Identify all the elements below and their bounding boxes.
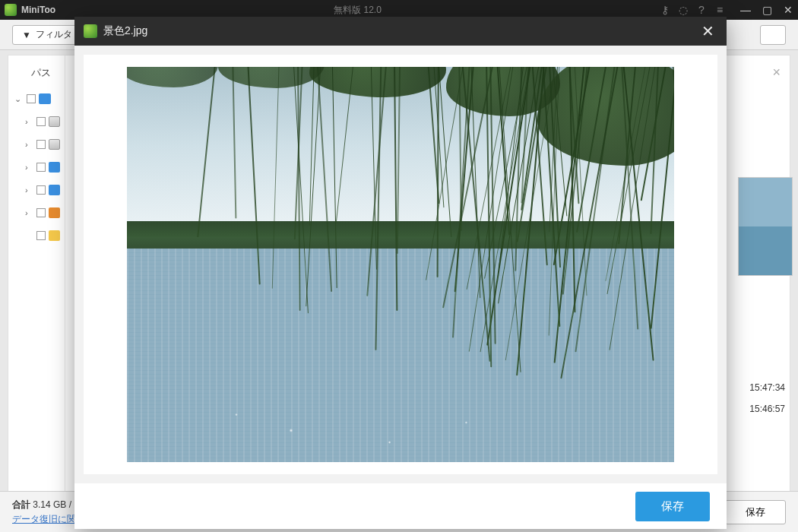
willow-branch bbox=[272, 67, 280, 289]
caret-right-icon[interactable]: › bbox=[25, 163, 33, 172]
checkbox[interactable] bbox=[36, 163, 45, 172]
caret-right-icon[interactable]: › bbox=[25, 140, 33, 149]
menu-icon[interactable]: ≡ bbox=[714, 5, 725, 15]
modal-header: 景色2.jpg ✕ bbox=[74, 17, 727, 46]
computer-icon bbox=[39, 93, 51, 104]
maximize-icon[interactable]: ▢ bbox=[762, 5, 772, 15]
footer-total: 合計 3.14 GB / bbox=[12, 499, 76, 511]
checkbox[interactable] bbox=[36, 185, 45, 195]
foliage bbox=[309, 67, 446, 97]
willow-branch bbox=[366, 67, 388, 296]
timestamp-2: 15:46:57 bbox=[749, 404, 785, 414]
willow-branch bbox=[375, 67, 382, 350]
tree-row[interactable]: › bbox=[13, 110, 60, 133]
willow-branch bbox=[246, 67, 260, 284]
sidebar: パス ⌄ › › › › › bbox=[8, 55, 65, 502]
app-logo-icon bbox=[5, 4, 17, 16]
close-banner-icon[interactable]: × bbox=[772, 65, 781, 81]
image-frame bbox=[84, 55, 717, 474]
footer-save-button[interactable]: 保存 bbox=[725, 500, 786, 524]
checkbox[interactable] bbox=[27, 94, 36, 103]
path-header: パス bbox=[13, 63, 60, 87]
app-title-center: 無料版 12.0 bbox=[55, 4, 660, 17]
checkbox[interactable] bbox=[36, 231, 45, 240]
titlebar-status-icons: ⚷ ◌ ? ≡ bbox=[660, 5, 725, 15]
tree-row[interactable] bbox=[13, 224, 60, 247]
modal-logo-icon bbox=[84, 24, 97, 38]
tree-row-root[interactable]: ⌄ bbox=[13, 87, 60, 110]
willow-branch bbox=[232, 67, 236, 219]
checkbox[interactable] bbox=[36, 117, 45, 126]
preview-photo bbox=[127, 67, 674, 462]
caret-down-icon[interactable]: ⌄ bbox=[14, 94, 24, 104]
willow-branch bbox=[316, 67, 332, 293]
caret-right-icon[interactable]: › bbox=[25, 208, 33, 217]
minimize-icon[interactable]: — bbox=[740, 5, 751, 15]
key-icon[interactable]: ⚷ bbox=[660, 5, 670, 15]
footer-total-size: 3.14 GB / bbox=[33, 499, 71, 510]
willow-branch bbox=[436, 67, 439, 277]
help-icon[interactable]: ? bbox=[696, 5, 707, 15]
globe-icon[interactable]: ◌ bbox=[678, 5, 689, 15]
drive-icon bbox=[49, 116, 60, 127]
caret-right-icon[interactable]: › bbox=[25, 185, 33, 195]
app-brand: MiniToo bbox=[21, 5, 55, 15]
window-controls: — ▢ ✕ bbox=[740, 5, 793, 15]
modal-filename: 景色2.jpg bbox=[103, 24, 698, 38]
modal-footer: 保存 bbox=[74, 483, 727, 529]
modal-save-button[interactable]: 保存 bbox=[635, 492, 710, 521]
tree-row[interactable]: › bbox=[13, 156, 60, 179]
willow-branch bbox=[331, 67, 337, 288]
timestamp-1: 15:47:34 bbox=[749, 382, 785, 393]
thumbnail-preview[interactable] bbox=[738, 177, 793, 276]
preview-modal: 景色2.jpg ✕ 保存 bbox=[74, 17, 727, 529]
drive-icon bbox=[49, 207, 60, 218]
caret-blank bbox=[25, 231, 33, 240]
tree-row[interactable]: › bbox=[13, 133, 60, 156]
close-window-icon[interactable]: ✕ bbox=[783, 5, 793, 15]
drive-icon bbox=[49, 185, 60, 195]
drive-icon bbox=[49, 162, 60, 173]
foliage bbox=[218, 67, 325, 88]
foliage bbox=[127, 67, 218, 87]
willow-branch bbox=[198, 67, 217, 237]
filter-label: フィルタ bbox=[36, 28, 72, 41]
checkbox[interactable] bbox=[36, 208, 45, 217]
modal-close-icon[interactable]: ✕ bbox=[698, 22, 717, 40]
checkbox[interactable] bbox=[36, 140, 45, 149]
filter-icon: ▼ bbox=[22, 30, 31, 40]
filter-button[interactable]: ▼ フィルタ bbox=[12, 25, 82, 45]
drive-icon bbox=[49, 139, 60, 150]
toolbar-right-button[interactable] bbox=[760, 25, 786, 45]
footer-total-label: 合計 bbox=[12, 499, 30, 510]
tree-row[interactable]: › bbox=[13, 201, 60, 224]
tree-row[interactable]: › bbox=[13, 179, 60, 201]
folder-icon bbox=[49, 230, 60, 241]
caret-right-icon[interactable]: › bbox=[25, 117, 33, 126]
footer-help-link[interactable]: データ復旧に関 bbox=[12, 513, 76, 526]
modal-body bbox=[74, 46, 727, 483]
